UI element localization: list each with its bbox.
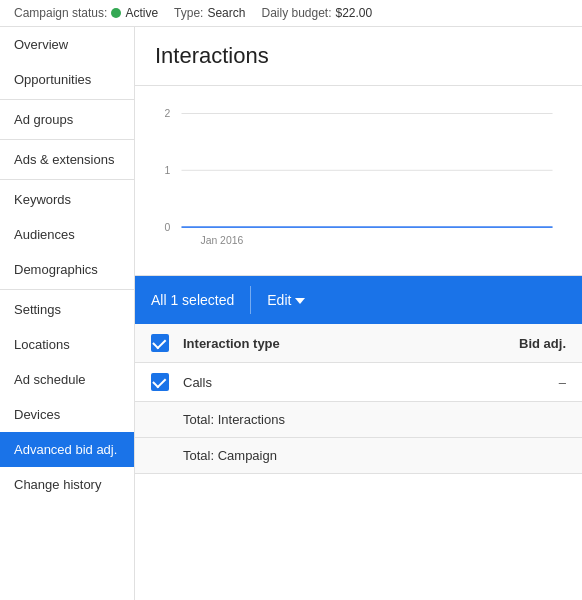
header-checkbox[interactable] — [151, 334, 169, 352]
interactions-chart: 2 1 0 Jan 2016 — [155, 96, 562, 256]
budget-label: Daily budget: — [261, 6, 331, 20]
sidebar-item-opportunities[interactable]: Opportunities — [0, 62, 134, 97]
table-row: Calls – — [135, 363, 582, 402]
budget-value: $22.00 — [336, 6, 373, 20]
status-dot-active — [111, 8, 121, 18]
header-check-col — [151, 334, 183, 352]
sidebar-divider-4 — [0, 289, 134, 290]
sidebar-item-demographics[interactable]: Demographics — [0, 252, 134, 287]
edit-button[interactable]: Edit — [267, 292, 305, 308]
total-interactions-label: Total: Interactions — [183, 412, 566, 427]
sidebar: Overview Opportunities Ad groups Ads & e… — [0, 27, 135, 600]
table-section: Interaction type Bid adj. Calls – Total:… — [135, 324, 582, 600]
selected-bar: All 1 selected Edit — [135, 276, 582, 324]
campaign-type: Type: Search — [174, 6, 245, 20]
page-title-section: Interactions — [135, 27, 582, 86]
sidebar-item-keywords[interactable]: Keywords — [0, 182, 134, 217]
type-value: Search — [207, 6, 245, 20]
table-header-row: Interaction type Bid adj. — [135, 324, 582, 363]
status-value: Active — [125, 6, 158, 20]
chart-area: 2 1 0 Jan 2016 — [135, 86, 582, 276]
col-header-interaction-type: Interaction type — [183, 336, 486, 351]
row-calls-name: Calls — [183, 375, 486, 390]
page-title: Interactions — [155, 43, 562, 69]
sidebar-item-ad-groups[interactable]: Ad groups — [0, 102, 134, 137]
header-bar: Campaign status: Active Type: Search Dai… — [0, 0, 582, 27]
svg-text:2: 2 — [164, 108, 170, 119]
type-label: Type: — [174, 6, 203, 20]
sidebar-item-settings[interactable]: Settings — [0, 292, 134, 327]
col-header-bid-adj: Bid adj. — [486, 336, 566, 351]
sidebar-item-locations[interactable]: Locations — [0, 327, 134, 362]
svg-text:Jan 2016: Jan 2016 — [200, 235, 243, 246]
sidebar-divider-1 — [0, 99, 134, 100]
sidebar-divider-2 — [0, 139, 134, 140]
svg-text:0: 0 — [164, 222, 170, 233]
sidebar-item-overview[interactable]: Overview — [0, 27, 134, 62]
all-selected-text: All 1 selected — [151, 292, 234, 308]
sidebar-item-advanced-bid-adj[interactable]: Advanced bid adj. — [0, 432, 134, 467]
chevron-down-icon — [295, 298, 305, 304]
campaign-status: Campaign status: Active — [14, 6, 158, 20]
total-interactions-row: Total: Interactions — [135, 402, 582, 438]
row-checkbox[interactable] — [151, 373, 169, 391]
daily-budget: Daily budget: $22.00 — [261, 6, 372, 20]
main-layout: Overview Opportunities Ad groups Ads & e… — [0, 27, 582, 600]
row-check-col — [151, 373, 183, 391]
content-area: Interactions 2 1 0 Jan 2016 All 1 select… — [135, 27, 582, 600]
total-campaign-label: Total: Campaign — [183, 448, 566, 463]
total-campaign-row: Total: Campaign — [135, 438, 582, 474]
sidebar-item-ad-schedule[interactable]: Ad schedule — [0, 362, 134, 397]
sidebar-item-devices[interactable]: Devices — [0, 397, 134, 432]
sidebar-item-change-history[interactable]: Change history — [0, 467, 134, 502]
selected-bar-divider — [250, 286, 251, 314]
row-calls-bid: – — [486, 375, 566, 390]
svg-text:1: 1 — [164, 165, 170, 176]
sidebar-divider-3 — [0, 179, 134, 180]
sidebar-item-ads-extensions[interactable]: Ads & extensions — [0, 142, 134, 177]
sidebar-item-audiences[interactable]: Audiences — [0, 217, 134, 252]
status-label: Campaign status: — [14, 6, 107, 20]
